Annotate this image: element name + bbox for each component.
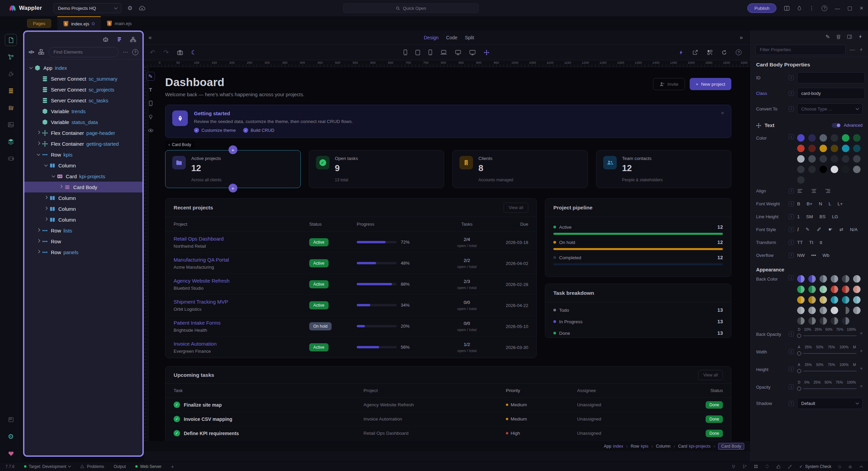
idea-tool-icon[interactable]: [146, 112, 155, 121]
add-terminal-icon[interactable]: +: [171, 464, 174, 469]
info-icon[interactable]: i: [789, 275, 794, 280]
device-phone-landscape-icon[interactable]: [428, 49, 432, 55]
color-swatch[interactable]: [797, 176, 805, 184]
slider-tick[interactable]: 50%: [825, 380, 832, 384]
option-tt[interactable]: tt: [820, 240, 823, 245]
text-width-icon[interactable]: ⇄: [839, 227, 843, 232]
tree-item-status_data[interactable]: Variablestatus_data: [24, 117, 142, 127]
edit-element-icon[interactable]: ✎: [826, 34, 830, 40]
tree-item-page-header[interactable]: Flex Containerpage-header: [24, 127, 142, 138]
tree-expander-icon[interactable]: [43, 197, 49, 199]
color-swatch[interactable]: [831, 275, 838, 283]
device-tool-icon[interactable]: [146, 99, 155, 108]
split-view-icon[interactable]: [784, 6, 790, 11]
actions-bolt-icon[interactable]: [678, 50, 684, 55]
color-swatch[interactable]: [808, 317, 816, 325]
device-desktop-icon[interactable]: [455, 50, 461, 55]
info-icon[interactable]: i: [789, 240, 794, 245]
color-swatch[interactable]: [808, 134, 816, 142]
tree-item-sc_summary[interactable]: Server Connectsc_summary: [24, 73, 142, 84]
kpi-card-team-contacts[interactable]: Team contacts12People & stakeholders: [596, 150, 732, 188]
option-1[interactable]: 1: [797, 214, 800, 219]
undo-icon[interactable]: ↶: [150, 48, 155, 56]
find-elements-field[interactable]: [48, 47, 119, 57]
project-name[interactable]: Manufacturing QA Portal: [174, 257, 309, 263]
tree-expander-icon[interactable]: [43, 165, 49, 166]
tree-item-column[interactable]: Column: [24, 192, 142, 203]
slider-tick[interactable]: 100%: [847, 327, 856, 331]
color-swatch[interactable]: [820, 155, 827, 163]
thumbs-up-icon[interactable]: [776, 464, 781, 469]
color-swatch[interactable]: [797, 145, 805, 152]
brush-icon[interactable]: [788, 464, 792, 469]
tree-expander-icon[interactable]: [58, 186, 64, 188]
dark-mode-icon[interactable]: ☾: [191, 49, 197, 56]
project-name[interactable]: Invoice Automation: [174, 341, 309, 347]
output-button[interactable]: Output: [114, 464, 126, 469]
pages-button[interactable]: Pages: [27, 19, 51, 28]
slider-tick[interactable]: 100%: [840, 363, 849, 367]
color-swatch[interactable]: [820, 286, 827, 293]
rail-settings-icon[interactable]: ⚙: [5, 430, 17, 443]
slider-track[interactable]: [797, 351, 856, 355]
field-input[interactable]: [797, 88, 865, 99]
project-name[interactable]: Shipment Tracking MVP: [174, 299, 309, 305]
option-[interactable]: •••: [811, 253, 816, 258]
color-swatch[interactable]: [797, 317, 805, 325]
tree-item-kpis[interactable]: Rowkpis: [24, 149, 142, 160]
support-heart-icon[interactable]: [5, 447, 17, 459]
color-swatch[interactable]: [820, 296, 827, 304]
color-swatch[interactable]: [853, 166, 861, 173]
recent-view-all-button[interactable]: View all: [504, 203, 528, 213]
slider-tick[interactable]: 10%: [804, 327, 811, 331]
tree-expander-icon[interactable]: [43, 208, 49, 209]
upcoming-view-all-button[interactable]: View all: [698, 370, 723, 380]
field-input[interactable]: [797, 72, 865, 83]
info-icon[interactable]: i: [789, 75, 794, 80]
option-tt[interactable]: Tt: [809, 240, 813, 245]
slider-tick[interactable]: 25%: [805, 345, 812, 349]
slider-tick[interactable]: 100%: [840, 345, 849, 349]
color-swatch[interactable]: [820, 275, 827, 283]
dom-tree-icon[interactable]: [130, 36, 136, 43]
device-tablet-icon[interactable]: [415, 50, 420, 55]
color-swatch[interactable]: [831, 296, 838, 304]
info-icon[interactable]: i: [789, 367, 794, 372]
tree-item-sc_projects[interactable]: Server Connectsc_projects: [24, 84, 142, 95]
color-swatch[interactable]: [842, 317, 849, 325]
tree-item-trends[interactable]: Variabletrends: [24, 106, 142, 117]
option-wb[interactable]: Wb: [823, 253, 829, 258]
database-panel-icon[interactable]: [5, 85, 17, 97]
diamond-icon[interactable]: ◇: [838, 464, 841, 469]
slider-tick[interactable]: 75%: [836, 327, 843, 331]
italic-icon[interactable]: I: [797, 227, 799, 232]
advanced-toggle[interactable]: [832, 123, 841, 128]
tree-expander-icon[interactable]: [35, 241, 41, 242]
tree-expander-icon[interactable]: [35, 132, 41, 134]
quick-open-button[interactable]: Quick Open: [343, 3, 479, 13]
option-l[interactable]: L: [829, 201, 831, 206]
project-name[interactable]: Retail Ops Dashboard: [174, 236, 309, 242]
git-branch-icon[interactable]: [743, 464, 747, 469]
color-swatch[interactable]: [831, 286, 838, 293]
color-swatch[interactable]: [842, 286, 849, 293]
tree-expander-icon[interactable]: [35, 230, 41, 231]
slider-clear-icon[interactable]: ×: [860, 327, 863, 336]
device-monitor-icon[interactable]: [469, 50, 476, 55]
table-row[interactable]: ✓Invoice CSV mappingInvoice AutomationMe…: [165, 412, 731, 426]
edit-tool-icon[interactable]: ✎: [146, 72, 155, 81]
table-row[interactable]: ✓Finalize site mapAgency Website Refresh…: [165, 398, 731, 412]
web-server-button[interactable]: Web Server: [135, 464, 161, 469]
color-swatch[interactable]: [808, 155, 816, 163]
color-swatch[interactable]: [820, 307, 827, 314]
close-icon[interactable]: ×: [860, 5, 863, 12]
structure-help-icon[interactable]: ?: [132, 49, 138, 55]
slider-tick[interactable]: 25%: [815, 327, 822, 331]
field-select[interactable]: Choose Type ...: [797, 103, 863, 115]
tree-expander-icon[interactable]: [35, 143, 41, 144]
info-icon[interactable]: i: [789, 331, 794, 336]
cloud-download-icon[interactable]: [139, 5, 145, 11]
slider-track[interactable]: [797, 387, 856, 391]
refresh-icon[interactable]: [722, 50, 727, 55]
color-swatch[interactable]: [853, 134, 861, 142]
